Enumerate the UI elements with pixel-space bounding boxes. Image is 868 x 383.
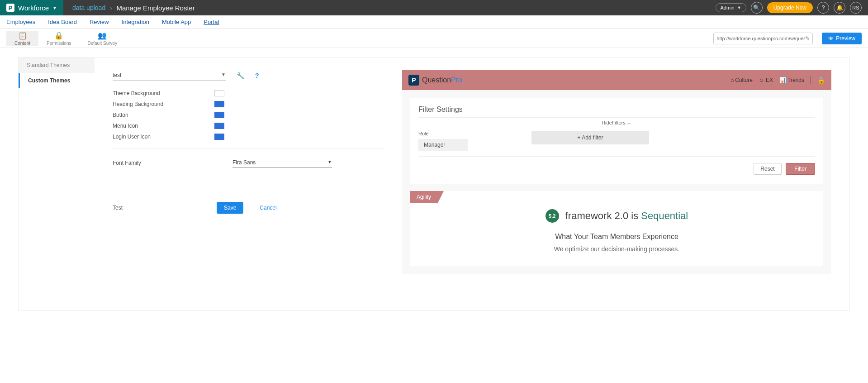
divider [418, 156, 815, 157]
clipboard-icon: 📋 [18, 31, 27, 40]
wrench-icon[interactable]: 🔧 [237, 72, 244, 79]
breadcrumb-current: Manage Employee Roster [117, 4, 195, 12]
swatch-theme-bg[interactable] [214, 90, 224, 96]
brand-logo-icon: P [6, 4, 14, 12]
filter-button[interactable]: Filter [786, 163, 815, 175]
label-login-icon: Login User Icon [113, 134, 214, 140]
help-button[interactable]: ? [817, 2, 829, 14]
toolbar-content[interactable]: 📋 Content [6, 31, 38, 46]
logo-pro: Pro [451, 76, 462, 84]
nav-review[interactable]: Review [90, 16, 109, 28]
swatch-heading-bg[interactable] [214, 101, 224, 107]
theme-name-input[interactable] [113, 203, 208, 213]
subheading: What Your Team Members Experience [410, 233, 823, 241]
admin-dropdown[interactable]: Admin ▼ [716, 3, 746, 12]
chart-icon: 📊 [779, 77, 786, 83]
user-avatar[interactable]: RS [850, 2, 862, 14]
topbar-right: Admin ▼ 🔍 Upgrade Now ? 🔔 RS [716, 2, 868, 14]
chevron-down-icon: ▼ [737, 5, 741, 10]
divider [113, 188, 384, 188]
breadcrumb-link[interactable]: data upload [72, 4, 105, 11]
add-filter-button[interactable]: + Add filter [531, 131, 649, 144]
preview-button[interactable]: 👁 Preview [822, 33, 862, 44]
settings-form: test ▼ 🔧 ? Theme Background Heading Back… [113, 70, 384, 301]
toolbar-permissions-label: Permissions [47, 41, 71, 46]
topbar-left: P Workforce ▼ data upload › Manage Emplo… [0, 0, 195, 15]
preview-pane: P QuestionPro ⌂Culture ☺EX 📊Trends 🔒 [402, 70, 831, 301]
row-menu-icon: Menu Icon [113, 120, 384, 131]
search-button[interactable]: 🔍 [751, 2, 763, 14]
question-icon: ? [822, 5, 825, 11]
swatch-menu-icon[interactable] [214, 123, 224, 129]
tab-custom-themes[interactable]: Custom Themes [19, 73, 95, 88]
preview-logo: P QuestionPro [408, 75, 462, 86]
settings-area: test ▼ 🔧 ? Theme Background Heading Back… [95, 57, 849, 310]
headline-text: framework 2.0 is Sequential [565, 210, 688, 222]
role-chip[interactable]: Manager [418, 139, 468, 151]
divider [418, 117, 815, 118]
save-button[interactable]: Save [217, 202, 243, 214]
label-heading-bg: Heading Background [113, 101, 214, 107]
sub-toolbar: 📋 Content 🔒 Permissions 👥 Default Survey… [0, 29, 868, 48]
swatch-login-icon[interactable] [214, 134, 224, 140]
url-box: ✎ [713, 33, 813, 44]
home-icon: ⌂ [730, 77, 734, 83]
filter-row: Role Manager + Add filter [418, 131, 815, 151]
theme-tabs: Standard Themes Custom Themes [19, 57, 95, 310]
upgrade-button[interactable]: Upgrade Now [767, 2, 813, 13]
swatch-button[interactable] [214, 112, 224, 118]
pencil-icon[interactable]: ✎ [805, 35, 810, 42]
chevron-up-icon: ︿ [627, 120, 632, 125]
theme-select[interactable]: test ▼ [113, 70, 226, 81]
row-heading-background: Heading Background [113, 99, 384, 110]
cancel-link[interactable]: Cancel [260, 205, 276, 211]
row-login-icon: Login User Icon [113, 131, 384, 142]
nav-mobile-app[interactable]: Mobile App [162, 16, 191, 28]
nav-employees[interactable]: Employees [6, 16, 35, 28]
filter-role-col: Role Manager [418, 131, 468, 151]
main-wrap: Standard Themes Custom Themes test ▼ 🔧 ?… [0, 48, 868, 320]
notifications-button[interactable]: 🔔 [834, 2, 845, 14]
breadcrumb: data upload › Manage Employee Roster [63, 4, 195, 12]
reset-button[interactable]: Reset [754, 163, 781, 175]
toolbar-icons: 📋 Content 🔒 Permissions 👥 Default Survey [6, 31, 125, 46]
label-menu-icon: Menu Icon [113, 123, 214, 129]
breadcrumb-separator-icon: › [110, 5, 112, 11]
eye-icon: 👁 [828, 35, 834, 42]
help-icon[interactable]: ? [255, 72, 259, 79]
row-theme-name: Save Cancel [113, 202, 384, 214]
hide-filters-toggle[interactable]: HideFilters ︿ [418, 120, 815, 126]
role-label: Role [418, 131, 468, 136]
nav-trends[interactable]: 📊Trends [779, 77, 804, 83]
search-icon: 🔍 [753, 5, 760, 11]
preview-body: Filter Settings HideFilters ︿ Role Manag… [402, 90, 831, 274]
description: We optimize our decision-making processe… [410, 245, 823, 253]
filter-actions: Reset Filter [418, 163, 815, 175]
toolbar-default-survey-label: Default Survey [88, 41, 118, 46]
label-theme-bg: Theme Background [113, 90, 214, 96]
theme-select-value: test [113, 72, 121, 78]
score-badge: 5.2 [545, 209, 559, 223]
brand-name: Workforce [18, 4, 49, 12]
preview-logo-text: QuestionPro [422, 76, 462, 84]
toolbar-default-survey[interactable]: 👥 Default Survey [80, 31, 126, 46]
nav-portal[interactable]: Portal [204, 16, 219, 28]
people-icon: 👥 [98, 31, 107, 40]
nav-culture[interactable]: ⌂Culture [730, 77, 753, 83]
preview-button-label: Preview [836, 35, 855, 42]
lock-icon: 🔒 [54, 31, 63, 40]
tab-standard-themes[interactable]: Standard Themes [19, 57, 95, 73]
chevron-down-icon: ▼ [52, 5, 57, 10]
nav-separator [811, 76, 811, 84]
row-theme-background: Theme Background [113, 88, 384, 99]
font-family-value: Fira Sans [232, 159, 256, 166]
preview-logo-icon: P [408, 75, 419, 86]
font-family-select[interactable]: Fira Sans ▼ [232, 158, 332, 168]
lock-icon[interactable]: 🔒 [817, 77, 825, 84]
brand-dropdown[interactable]: P Workforce ▼ [0, 0, 63, 15]
toolbar-permissions[interactable]: 🔒 Permissions [38, 31, 79, 46]
nav-integration[interactable]: Integration [122, 16, 149, 28]
nav-idea-board[interactable]: Idea Board [48, 16, 77, 28]
nav-ex[interactable]: ☺EX [759, 77, 773, 83]
url-input[interactable] [716, 36, 805, 41]
